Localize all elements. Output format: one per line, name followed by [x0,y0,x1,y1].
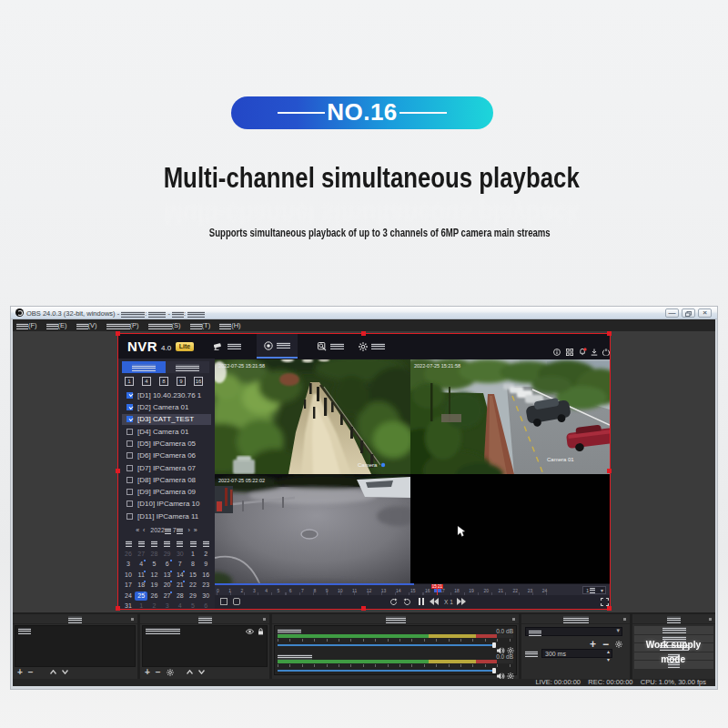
svg-text:2022-07-25 15:21:58: 2022-07-25 15:21:58 [218,363,265,369]
svg-text:Camera: Camera [358,462,378,468]
svg-text:2022-07-25 15:21:58: 2022-07-25 15:21:58 [414,363,460,369]
svg-text:Camera 01: Camera 01 [547,457,574,462]
svg-text:2022-07-25 05:22:02: 2022-07-25 05:22:02 [218,478,265,483]
